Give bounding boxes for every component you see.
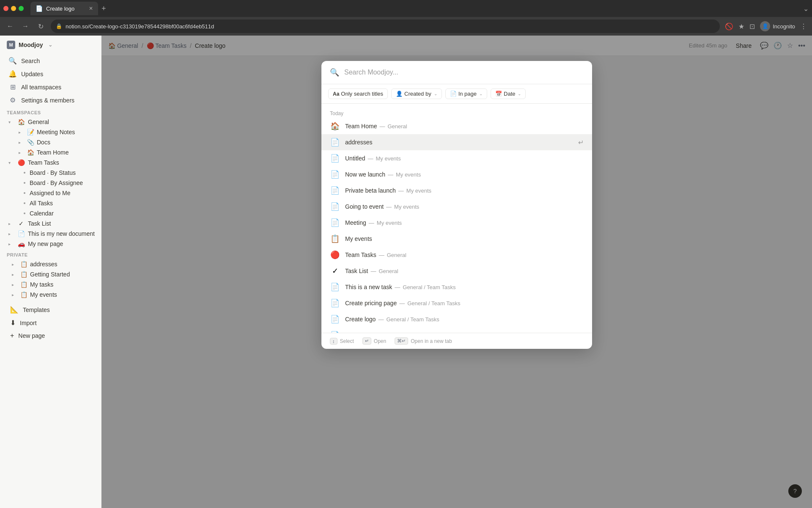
sidebar-item-new-page[interactable]: + New page xyxy=(3,329,98,342)
search-input[interactable] xyxy=(344,69,584,76)
in-page-chevron-icon: ⌄ xyxy=(479,91,483,96)
result-team-tasks-content: Team Tasks — General xyxy=(345,251,584,258)
result-sep-8: — xyxy=(379,252,384,258)
result-now-we-launch-title: Now we launch xyxy=(345,171,385,178)
nav-forward-button[interactable]: → xyxy=(20,22,30,30)
nav-refresh-button[interactable]: ↻ xyxy=(36,22,46,30)
result-create-logo-content: Create logo — General / Team Tasks xyxy=(345,316,584,323)
result-meeting-path: My events xyxy=(377,220,402,226)
sidebar-item-search[interactable]: 🔍 Search xyxy=(2,54,99,67)
sidebar-item-team-tasks[interactable]: ▾ 🔴 Team Tasks xyxy=(2,157,99,168)
sidebar-item-board-assignee[interactable]: Board · By Assignee xyxy=(2,178,99,188)
sidebar-item-import[interactable]: ⬇ Import xyxy=(3,316,98,329)
templates-icon: 📐 xyxy=(10,306,19,314)
sidebar-item-assigned-to-me[interactable]: Assigned to Me xyxy=(2,188,99,198)
result-item-my-tasks[interactable]: 📄 My tasks xyxy=(321,327,592,333)
kbd-arrow: ↕ xyxy=(330,338,337,345)
result-private-beta-content: Private beta launch — My events xyxy=(345,187,584,194)
minimize-button[interactable] xyxy=(11,6,16,11)
url-bar[interactable]: 🔒 notion.so/Create-logo-c313019e78544298… xyxy=(51,19,720,33)
result-meeting-content: Meeting — My events xyxy=(345,219,584,226)
result-item-create-logo[interactable]: 📄 Create logo — General / Team Tasks xyxy=(321,311,592,327)
footer-hint-select: ↕ Select xyxy=(330,338,354,345)
sidebar-item-new-document[interactable]: ▸ 📄 This is my new document xyxy=(2,229,99,239)
sidebar-item-settings[interactable]: ⚙ Settings & members xyxy=(2,94,99,107)
bookmark-icon[interactable]: ★ xyxy=(738,22,744,30)
my-tasks-icon: 📋 xyxy=(20,281,27,288)
new-tab-button[interactable]: + xyxy=(102,4,106,13)
date-chevron-icon: ⌄ xyxy=(518,91,521,96)
result-item-task-list[interactable]: ✓ Task List — General xyxy=(321,263,592,279)
result-meeting-title: Meeting xyxy=(345,219,366,226)
split-view-icon[interactable]: ⊡ xyxy=(749,22,755,30)
result-now-we-launch-path: My events xyxy=(396,171,421,178)
result-item-team-tasks[interactable]: 🔴 Team Tasks — General xyxy=(321,247,592,263)
teamspaces-icon: ⊞ xyxy=(8,83,17,91)
sidebar-item-docs[interactable]: ▸ 📎 Docs xyxy=(2,137,99,147)
result-item-private-beta[interactable]: 📄 Private beta launch — My events xyxy=(321,182,592,199)
result-now-we-launch-content: Now we launch — My events xyxy=(345,171,584,178)
dot-icon-5 xyxy=(24,213,25,214)
sidebar-private-addresses[interactable]: ▸ 📋 addresses xyxy=(2,259,99,269)
browser-chrome: 📄 Create logo ✕ + ⌄ ← → ↻ 🔒 notion.so/Cr… xyxy=(0,0,812,36)
sidebar-item-updates[interactable]: 🔔 Updates xyxy=(2,67,99,80)
dot-icon-2 xyxy=(24,182,25,184)
result-item-pricing[interactable]: 📄 Create pricing page — General / Team T… xyxy=(321,295,592,311)
active-tab[interactable]: 📄 Create logo ✕ xyxy=(30,2,98,15)
chevron-icon-2: ▸ xyxy=(12,272,18,277)
tab-close-button[interactable]: ✕ xyxy=(89,6,93,11)
result-item-untitled[interactable]: 📄 Untitled — My events xyxy=(321,150,592,166)
sidebar-item-all-tasks[interactable]: All Tasks xyxy=(2,198,99,208)
result-sep-6: — xyxy=(369,220,374,226)
result-item-meeting[interactable]: 📄 Meeting — My events xyxy=(321,215,592,231)
filter-date[interactable]: 📅 Date ⌄ xyxy=(491,88,526,99)
team-home-label: Team Home xyxy=(37,149,69,156)
nav-back-button[interactable]: ← xyxy=(5,22,15,30)
result-new-task-content: This is a new task — General / Team Task… xyxy=(345,284,584,290)
settings-label: Settings & members xyxy=(21,97,74,104)
teamspaces-section-label: Teamspaces xyxy=(0,107,101,117)
sidebar-item-templates[interactable]: 📐 Templates xyxy=(3,303,98,316)
tab-bar: 📄 Create logo ✕ + ⌄ xyxy=(0,0,812,17)
result-item-now-we-launch[interactable]: 📄 Now we launch — My events xyxy=(321,166,592,182)
incognito-badge[interactable]: 👤 Incognito xyxy=(760,21,795,31)
filter-person-icon: 👤 xyxy=(396,91,403,97)
sidebar-item-my-new-page[interactable]: ▸ 🚗 My new page xyxy=(2,239,99,249)
dot-icon-3 xyxy=(24,192,25,194)
filter-in-page[interactable]: 📄 In page ⌄ xyxy=(445,88,487,99)
filter-only-titles[interactable]: Aa Only search titles xyxy=(328,88,388,99)
result-item-addresses[interactable]: 📄 addresses ↵ xyxy=(321,134,592,150)
sidebar-item-task-list[interactable]: ▸ ✓ Task List xyxy=(2,218,99,229)
updates-icon: 🔔 xyxy=(8,70,17,78)
sidebar-item-general[interactable]: ▾ 🏠 General xyxy=(2,117,99,127)
modal-overlay[interactable]: 🔍 Aa Only search titles 👤 Created by ⌄ xyxy=(102,36,812,508)
result-going-to-event-icon: 📄 xyxy=(330,202,340,211)
workspace-header[interactable]: M Moodjoy ⌄ xyxy=(0,36,101,54)
result-item-going-to-event[interactable]: 📄 Going to event — My events xyxy=(321,199,592,215)
more-options-icon[interactable]: ⋮ xyxy=(800,22,807,30)
sidebar-item-teamspaces[interactable]: ⊞ All teamspaces xyxy=(2,80,99,94)
cast-icon[interactable]: 🚫 xyxy=(725,22,733,30)
result-item-my-events[interactable]: 📋 My events xyxy=(321,231,592,247)
result-item-new-task[interactable]: 📄 This is a new task — General / Team Ta… xyxy=(321,279,592,295)
assigned-to-me-label: Assigned to Me xyxy=(30,190,71,196)
sidebar-item-meeting-notes[interactable]: ▸ 📝 Meeting Notes xyxy=(2,127,99,137)
sidebar-item-board-status[interactable]: Board · By Status xyxy=(2,168,99,178)
filter-titles-label: Only search titles xyxy=(341,91,383,97)
sidebar-item-team-home[interactable]: ▸ 🏠 Team Home xyxy=(2,147,99,157)
sidebar-private-getting-started[interactable]: ▸ 📋 Getting Started xyxy=(2,269,99,279)
tab-expand-button[interactable]: ⌄ xyxy=(803,5,809,13)
filter-created-by[interactable]: 👤 Created by ⌄ xyxy=(391,88,442,99)
result-team-tasks-title: Team Tasks xyxy=(345,251,376,258)
sidebar-private-my-tasks[interactable]: ▸ 📋 My tasks xyxy=(2,279,99,290)
search-modal-icon: 🔍 xyxy=(330,68,339,77)
filter-aa-icon: Aa xyxy=(333,91,339,97)
teamspaces-label: All teamspaces xyxy=(21,84,61,91)
maximize-button[interactable] xyxy=(19,6,24,11)
close-button[interactable] xyxy=(3,6,8,11)
sidebar-private-my-events[interactable]: ▸ 📋 My events xyxy=(2,290,99,300)
sidebar-item-calendar[interactable]: Calendar xyxy=(2,208,99,218)
result-untitled-icon: 📄 xyxy=(330,154,340,163)
result-my-events-icon: 📋 xyxy=(330,234,340,243)
result-item-team-home[interactable]: 🏠 Team Home — General xyxy=(321,118,592,134)
